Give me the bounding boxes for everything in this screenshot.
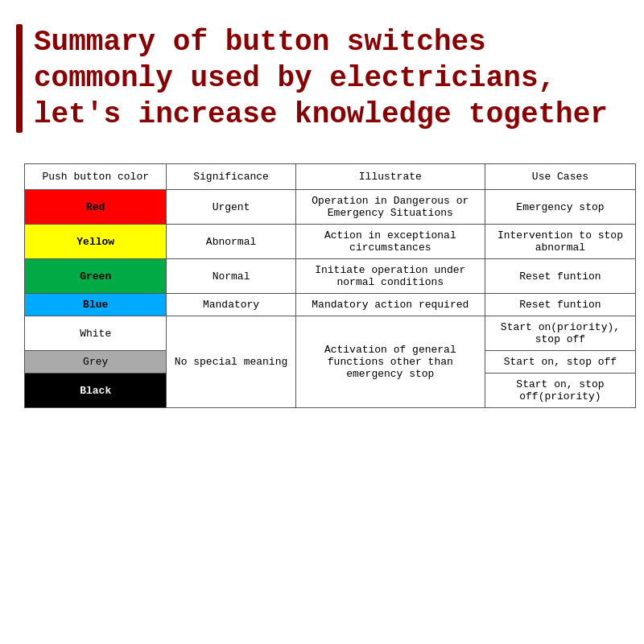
table-wrapper: Push button color Significance Illustrat…: [24, 163, 620, 408]
illustrate-yellow: Action in exceptional circumstances: [295, 225, 485, 259]
illustrate-no-special: Activation of general functions other th…: [295, 316, 485, 408]
use-case-yellow: Intervention to stop abnormal: [485, 225, 635, 259]
significance-mandatory: Mandatory: [167, 294, 295, 316]
header-color: Push button color: [25, 164, 167, 190]
table-row: Yellow Abnormal Action in exceptional ci…: [25, 225, 636, 259]
color-cell-red: Red: [25, 190, 167, 225]
illustrate-red: Operation in Dangerous or Emergency Situ…: [295, 190, 485, 225]
red-bar-decoration: [16, 24, 23, 133]
table-row: Green Normal Initiate operation under no…: [25, 259, 636, 294]
significance-urgent: Urgent: [167, 190, 295, 225]
color-cell-grey: Grey: [25, 351, 167, 374]
header-use-cases: Use Cases: [485, 164, 635, 190]
table-row: Blue Mandatory Mandatory action required…: [25, 294, 636, 316]
significance-abnormal: Abnormal: [167, 225, 295, 259]
illustrate-green: Initiate operation under normal conditio…: [295, 259, 485, 294]
use-case-grey: Start on, stop off: [485, 351, 635, 374]
use-case-white: Start on(priority), stop off: [485, 316, 635, 351]
button-color-table: Push button color Significance Illustrat…: [24, 163, 636, 408]
page-wrapper: Summary of button switches commonly used…: [0, 0, 644, 644]
color-cell-green: Green: [25, 259, 167, 294]
color-cell-yellow: Yellow: [25, 225, 167, 259]
color-cell-white: White: [25, 316, 167, 351]
illustrate-blue: Mandatory action required: [295, 294, 485, 316]
use-case-green: Reset funtion: [485, 259, 635, 294]
header-illustrate: Illustrate: [295, 164, 485, 190]
use-case-black: Start on, stop off(priority): [485, 374, 635, 408]
color-cell-blue: Blue: [25, 294, 167, 316]
color-cell-black: Black: [25, 374, 167, 408]
table-row: Red Urgent Operation in Dangerous or Eme…: [25, 190, 636, 225]
significance-no-special: No special meaning: [167, 316, 295, 408]
page-title: Summary of button switches commonly used…: [34, 24, 628, 133]
use-case-red: Emergency stop: [485, 190, 635, 225]
significance-normal: Normal: [167, 259, 295, 294]
use-case-blue: Reset funtion: [485, 294, 635, 316]
table-header-row: Push button color Significance Illustrat…: [25, 164, 636, 190]
header-section: Summary of button switches commonly used…: [16, 16, 628, 141]
table-row: White No special meaning Activation of g…: [25, 316, 636, 351]
header-significance: Significance: [167, 164, 295, 190]
